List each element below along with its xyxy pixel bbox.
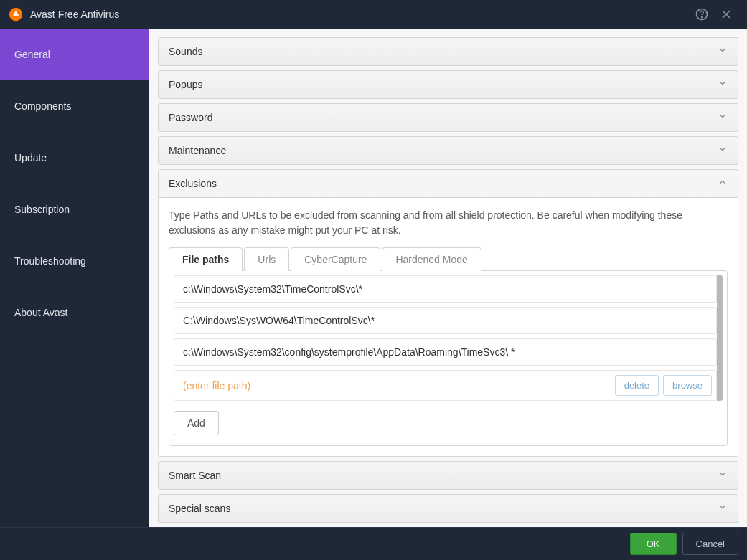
delete-button[interactable]: delete <box>615 375 659 396</box>
chevron-down-icon <box>718 45 728 58</box>
chevron-down-icon <box>718 502 728 515</box>
exclusions-tabs: File paths Urls CyberCapture Hardened Mo… <box>169 247 728 270</box>
sidebar-item-general[interactable]: General <box>0 29 149 80</box>
sidebar-item-update[interactable]: Update <box>0 132 149 184</box>
section-exclusions: Exclusions Type Paths and URLs to be exc… <box>158 169 738 457</box>
section-title: Special scans <box>169 503 230 514</box>
sidebar-item-label: Troubleshooting <box>14 255 86 267</box>
titlebar: Avast Free Antivirus <box>0 0 747 29</box>
section-title: Popups <box>169 79 202 90</box>
exclusions-body: Type Paths and URLs to be excluded from … <box>159 197 738 456</box>
section-title: Password <box>169 112 212 123</box>
chevron-down-icon <box>718 144 728 157</box>
sidebar: General Components Update Subscription T… <box>0 29 149 527</box>
section-special-scans[interactable]: Special scans <box>158 494 738 523</box>
section-maintenance[interactable]: Maintenance <box>158 136 738 165</box>
section-sounds[interactable]: Sounds <box>158 37 738 66</box>
sidebar-item-label: Subscription <box>14 204 70 215</box>
path-row[interactable]: c:\Windows\System32\config\systemprofile… <box>174 338 717 366</box>
sidebar-item-label: Update <box>14 152 47 163</box>
sidebar-item-label: General <box>14 49 50 60</box>
chevron-up-icon <box>718 177 728 190</box>
section-password[interactable]: Password <box>158 103 738 132</box>
sidebar-item-about[interactable]: About Avast <box>0 287 149 338</box>
section-smart-scan[interactable]: Smart Scan <box>158 461 738 490</box>
section-title: Maintenance <box>169 145 226 156</box>
file-paths-panel: c:\Windows\System32\TimeControlSvc\* C:\… <box>169 270 728 446</box>
tab-urls[interactable]: Urls <box>244 247 289 271</box>
add-button[interactable]: Add <box>174 411 219 435</box>
sidebar-item-troubleshooting[interactable]: Troubleshooting <box>0 235 149 287</box>
sidebar-item-subscription[interactable]: Subscription <box>0 184 149 235</box>
content-area: Sounds Popups Password Maintenance Exclu… <box>149 29 747 527</box>
section-popups[interactable]: Popups <box>158 70 738 99</box>
section-title: Sounds <box>169 46 202 57</box>
cancel-button[interactable]: Cancel <box>682 533 738 555</box>
window-title: Avast Free Antivirus <box>30 9 690 20</box>
footer: OK Cancel <box>0 527 747 560</box>
ok-button[interactable]: OK <box>630 533 677 555</box>
section-title: Smart Scan <box>169 470 221 481</box>
path-row[interactable]: C:\Windows\SysWOW64\TimeControlSvc\* <box>174 307 717 334</box>
tab-hardened-mode[interactable]: Hardened Mode <box>382 247 481 271</box>
path-row[interactable]: c:\Windows\System32\TimeControlSvc\* <box>174 275 717 303</box>
chevron-down-icon <box>718 469 728 482</box>
exclusions-description: Type Paths and URLs to be excluded from … <box>169 208 728 238</box>
sidebar-item-label: About Avast <box>14 307 67 318</box>
section-title: Exclusions <box>169 178 217 189</box>
close-icon[interactable] <box>714 2 738 27</box>
help-icon[interactable] <box>690 2 714 27</box>
path-input[interactable] <box>179 377 611 394</box>
chevron-down-icon <box>718 78 728 91</box>
avast-logo-icon <box>9 7 23 22</box>
sidebar-item-components[interactable]: Components <box>0 80 149 132</box>
tab-file-paths[interactable]: File paths <box>169 247 243 271</box>
new-path-row: delete browse <box>174 370 717 401</box>
path-list: c:\Windows\System32\TimeControlSvc\* C:\… <box>174 275 723 401</box>
sidebar-item-label: Components <box>14 100 71 112</box>
section-exclusions-header[interactable]: Exclusions <box>159 170 738 197</box>
browse-button[interactable]: browse <box>663 375 712 396</box>
chevron-down-icon <box>718 111 728 124</box>
svg-point-2 <box>702 17 703 18</box>
tab-cybercapture[interactable]: CyberCapture <box>291 247 380 271</box>
